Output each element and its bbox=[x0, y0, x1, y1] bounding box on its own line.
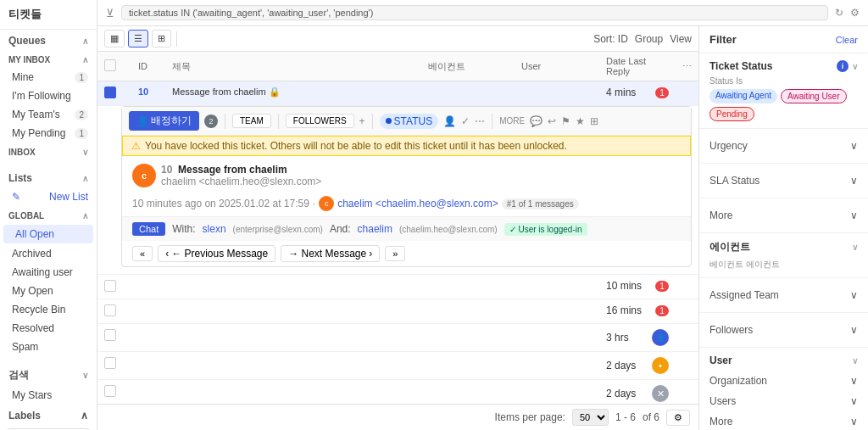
prev-message-button[interactable]: ‹ ← Previous Message bbox=[158, 245, 275, 262]
warning-icon: ⚠ bbox=[131, 140, 141, 152]
followers-chevron: ∨ bbox=[850, 324, 858, 336]
top-bar-actions: ↻ ⚙ bbox=[835, 7, 860, 19]
list-toolbar: ▦ ☰ ⊞ Sort: ID Group View bbox=[97, 26, 698, 52]
group-label[interactable]: Group bbox=[635, 33, 663, 45]
row-checkbox-cell bbox=[97, 324, 131, 352]
sidebar-item-archived[interactable]: Archived bbox=[0, 244, 97, 263]
filter-tag[interactable]: ticket.status IN ('awaiting_agent', 'awa… bbox=[121, 5, 828, 20]
ticket-author-email: chaelim <chaelim.heo@slexn.com> bbox=[161, 176, 321, 187]
table-row[interactable]: 16 mins 1 bbox=[97, 299, 698, 324]
pagination-settings-button[interactable]: ⚙ bbox=[666, 410, 690, 426]
last-message-button[interactable]: » bbox=[385, 246, 405, 261]
assign-button[interactable]: 👤 배정하기 bbox=[129, 111, 199, 131]
row-more-cell bbox=[676, 81, 698, 106]
filter-badge-awaiting-agent[interactable]: Awaiting Agent bbox=[709, 89, 777, 103]
labels-label: Labels bbox=[8, 410, 41, 422]
pagination-bar: Items per page: 50 1 - 6 of 6 ⚙ bbox=[97, 404, 698, 430]
row-checkbox[interactable] bbox=[104, 357, 116, 369]
ticket-id-prefix: 10 bbox=[161, 164, 172, 176]
filter-assigned-team-row[interactable]: Assigned Team ∨ bbox=[709, 285, 858, 305]
view-other-button[interactable]: ⊞ bbox=[152, 30, 171, 47]
table-row[interactable]: 2 days • bbox=[97, 352, 698, 380]
more-icon: ⋯ bbox=[475, 115, 485, 127]
filter-badge-pending[interactable]: Pending bbox=[709, 107, 754, 121]
table-row[interactable]: 10 Message from chaelim 🔒 4 mins 1 bbox=[97, 81, 698, 106]
refresh-icon[interactable]: ↻ bbox=[835, 7, 843, 19]
row-more-cell bbox=[676, 324, 698, 352]
select-all-checkbox[interactable] bbox=[104, 59, 116, 71]
msg-count: #1 of 1 messages bbox=[502, 198, 579, 209]
row-user-cell bbox=[515, 324, 599, 352]
sidebar-item-my-stars[interactable]: My Stars bbox=[0, 386, 97, 405]
row-checkbox[interactable] bbox=[104, 329, 116, 341]
lists-label: Lists bbox=[8, 172, 32, 184]
labels-header[interactable]: Labels ∧ bbox=[0, 405, 97, 425]
time-cell: 3 hrs 👤 bbox=[606, 329, 669, 346]
chat-bar: Chat With: slexn (enterprise@slexn.com) … bbox=[122, 216, 691, 241]
filter-header: Filter Clear bbox=[699, 26, 868, 53]
sidebar-item-new-list[interactable]: ✎ New List bbox=[0, 187, 97, 206]
row-id-cell bbox=[131, 299, 165, 324]
mine-label: Mine bbox=[12, 71, 34, 83]
filter-sla-row[interactable]: SLA Status ∨ bbox=[709, 170, 858, 191]
search-header[interactable]: 검색 ∨ bbox=[0, 363, 97, 386]
row-title-cell bbox=[165, 275, 421, 299]
filter-user-more-row[interactable]: More ∨ bbox=[709, 411, 858, 430]
table-row[interactable]: 2 days ✕ bbox=[97, 380, 698, 405]
sidebar-item-myteam[interactable]: My Team's 2 bbox=[0, 105, 97, 124]
global-header[interactable]: GLOBAL ∧ bbox=[0, 206, 97, 224]
filter-more-section: More ∨ bbox=[699, 198, 868, 233]
row-checkbox[interactable] bbox=[104, 87, 116, 98]
lists-header[interactable]: Lists ∧ bbox=[0, 167, 97, 187]
arrow-icon: ↩ bbox=[548, 115, 556, 127]
queues-header[interactable]: Queues ∧ bbox=[0, 30, 97, 50]
sidebar-item-mine[interactable]: Mine 1 bbox=[0, 68, 97, 87]
sidebar-item-mypending[interactable]: My Pending 1 bbox=[0, 124, 97, 142]
view-cards-button[interactable]: ▦ bbox=[104, 30, 125, 47]
my-inbox-header[interactable]: MY INBOX ∧ bbox=[0, 50, 97, 68]
table-row[interactable]: 10 mins 1 bbox=[97, 275, 698, 299]
filter-users-row[interactable]: Users ∨ bbox=[709, 391, 858, 411]
followers-button[interactable]: FOLLOWERS bbox=[286, 114, 354, 128]
view-label[interactable]: View bbox=[670, 33, 692, 45]
chat-with-email: (enterprise@slexn.com) bbox=[233, 225, 323, 234]
first-message-button[interactable]: « bbox=[132, 246, 153, 261]
sidebar-item-all-open[interactable]: All Open bbox=[3, 225, 93, 243]
filter-clear-button[interactable]: Clear bbox=[836, 35, 858, 45]
settings-icon[interactable]: ⚙ bbox=[850, 7, 860, 19]
view-list-button[interactable]: ☰ bbox=[128, 30, 148, 47]
sidebar-item-my-open[interactable]: My Open bbox=[0, 282, 97, 300]
time-value: 2 days bbox=[606, 360, 636, 371]
filter-urgency-row[interactable]: Urgency ∨ bbox=[709, 136, 858, 156]
filter-info-icon[interactable]: i bbox=[837, 60, 849, 72]
table-row[interactable]: 3 hrs 👤 bbox=[97, 324, 698, 352]
team-button[interactable]: TEAM bbox=[232, 114, 271, 128]
filter-more-row[interactable]: More ∨ bbox=[709, 205, 858, 226]
following-label: I'm Following bbox=[12, 90, 71, 102]
sort-label[interactable]: Sort: ID bbox=[593, 33, 628, 45]
inbox-header[interactable]: INBOX ∨ bbox=[0, 142, 97, 160]
sidebar-item-spam[interactable]: Spam bbox=[0, 338, 97, 356]
status-awaiting-badge: STATUS bbox=[380, 114, 439, 129]
global-label: GLOBAL bbox=[8, 211, 44, 221]
dot-badge: • bbox=[652, 357, 669, 374]
row-checkbox[interactable] bbox=[104, 280, 116, 292]
next-message-button[interactable]: → Next Message › bbox=[281, 245, 380, 262]
sidebar-item-recycle-bin[interactable]: Recycle Bin bbox=[0, 300, 97, 319]
sidebar-item-resolved[interactable]: Resolved bbox=[0, 319, 97, 338]
filter-org-row[interactable]: Organization ∨ bbox=[709, 371, 858, 391]
items-per-page-select[interactable]: 50 bbox=[572, 409, 609, 426]
filter-icon: ⊻ bbox=[106, 7, 114, 20]
my-stars-label: My Stars bbox=[12, 389, 52, 401]
app-title: 티켓들 bbox=[0, 0, 97, 30]
filter-badge-awaiting-user[interactable]: Awaiting User bbox=[781, 89, 847, 103]
row-checkbox[interactable] bbox=[104, 304, 116, 316]
filter-followers-row[interactable]: Followers ∨ bbox=[709, 320, 858, 340]
sidebar-item-awaiting-user[interactable]: Awaiting user bbox=[0, 263, 97, 282]
row-id-cell: 10 bbox=[131, 81, 165, 106]
row-checkbox[interactable] bbox=[104, 385, 116, 397]
unread-badge: 1 bbox=[655, 305, 669, 316]
user-logged-in-badge: ✓ User is logged-in bbox=[504, 223, 587, 236]
sidebar-item-following[interactable]: I'm Following bbox=[0, 87, 97, 105]
grid-icon: ⊞ bbox=[590, 115, 598, 127]
